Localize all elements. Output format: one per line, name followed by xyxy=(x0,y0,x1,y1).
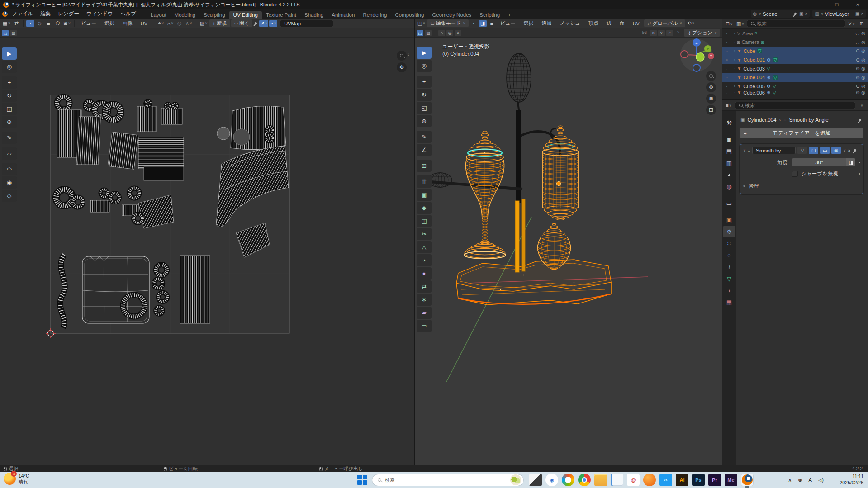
expand-chevron-icon[interactable]: › xyxy=(734,76,735,80)
viewport-canvas[interactable]: ユーザー・透視投影 (0) Cylinder.004 Z Y X ▶◎+↻◱⊕✎… xyxy=(415,38,722,465)
tab-Sculpting[interactable]: Sculpting xyxy=(199,11,229,19)
hide-viewport-eye-icon[interactable]: ◡ xyxy=(856,31,860,36)
modifier-extras-icon[interactable]: ∨ xyxy=(843,148,846,152)
hide-viewport-eye-icon[interactable]: ⊙ xyxy=(856,66,859,71)
properties-editor-icon[interactable]: ≡∨ xyxy=(725,102,733,109)
uvmap-field[interactable]: UVMap xyxy=(280,20,333,27)
mirror-x-toggle[interactable]: X xyxy=(650,30,657,36)
uv-select-vertex-icon[interactable]: ⋅ xyxy=(26,20,34,27)
properties-tab-world[interactable]: ◍ xyxy=(723,181,735,192)
tab-Compositing[interactable]: Compositing xyxy=(391,11,428,19)
copilot-app[interactable] xyxy=(562,474,574,486)
properties-tab-material[interactable]: ◑ xyxy=(723,285,735,296)
uv-sticky-mode-icon[interactable]: ⊞∨ xyxy=(62,20,71,27)
properties-tab-object[interactable]: ▣ xyxy=(723,214,735,226)
tab-Rendering[interactable]: Rendering xyxy=(359,11,391,19)
open-image-button[interactable]: ▱開く xyxy=(231,19,253,27)
breadcrumb-modifier[interactable]: Smooth by Angle xyxy=(789,117,829,123)
tab-+[interactable]: + xyxy=(504,11,515,19)
tab-Shading[interactable]: Shading xyxy=(300,11,327,19)
menu-ウィンドウ[interactable]: ウィンドウ xyxy=(83,10,117,18)
network-icon[interactable]: ⊜ xyxy=(798,477,802,483)
disable-render-icon[interactable]: ◎ xyxy=(861,40,865,45)
select-mode-new-icon[interactable]: ⬚ xyxy=(417,30,423,36)
uv-canvas[interactable]: ▶◎+↻◱⊕✎▱◠◉◇ ✥ ‹ xyxy=(0,38,414,465)
hide-viewport-eye-icon[interactable]: ⊙ xyxy=(856,75,859,80)
rip-region-tool[interactable]: ▭ xyxy=(417,320,432,332)
menu-レンダー[interactable]: レンダー xyxy=(54,10,83,18)
account-app[interactable]: ◉ xyxy=(545,474,558,486)
falloff-icon[interactable]: ∧ xyxy=(455,30,461,36)
ime-mode-icon[interactable]: A xyxy=(809,477,812,483)
tray-expand-icon[interactable]: ∧ xyxy=(788,477,792,483)
proportional-editing-icon[interactable]: ◎ xyxy=(446,30,453,36)
outliner-row[interactable]: ▫›▼Cube▽⊙◎ xyxy=(722,47,868,56)
face-select-icon[interactable]: ■ xyxy=(488,20,496,27)
tab-UV Editing[interactable]: UV Editing xyxy=(229,11,262,19)
copy-icon[interactable]: ▣ xyxy=(799,11,803,16)
object-name[interactable]: Area xyxy=(742,31,753,36)
edge-select-icon[interactable]: ◨ xyxy=(479,20,487,27)
properties-tab-modifiers[interactable]: ⚙ xyxy=(723,226,735,237)
collapse-icon[interactable]: ∨ xyxy=(743,148,746,152)
new-image-button[interactable]: +新規 xyxy=(209,19,230,27)
properties-tab-view-layer[interactable]: ▥ xyxy=(723,157,735,169)
rotate-tool[interactable]: ↻ xyxy=(2,90,17,102)
expand-chevron-icon[interactable]: › xyxy=(734,31,735,35)
knife-tool[interactable]: ✂ xyxy=(417,228,432,240)
vp-menu-選択[interactable]: 選択 xyxy=(520,19,537,27)
snapping-icon[interactable]: ∩ xyxy=(438,30,445,36)
cursor-tool[interactable]: ◎ xyxy=(417,60,432,72)
close-icon[interactable]: × xyxy=(861,11,863,16)
toggle-on-cage-icon[interactable]: ▽ xyxy=(797,147,807,154)
pinch-tool[interactable]: ◇ xyxy=(2,190,17,202)
expand-chevron-icon[interactable]: › xyxy=(734,40,735,44)
uv-display-toggle-icon[interactable]: ◔∨ xyxy=(269,20,277,27)
uv-menu-UV[interactable]: UV xyxy=(137,20,151,27)
outliner-row[interactable]: ·›◙Camera◙◡◎ xyxy=(722,38,868,47)
shrink-fatten-tool[interactable]: ∗ xyxy=(417,294,432,306)
outliner-row[interactable]: ·›▼Cube.003▽⊙◎ xyxy=(722,64,868,73)
outliner-row[interactable]: ·›▼Cube.005⚙▽⊙◎ xyxy=(722,82,868,91)
weather-widget[interactable]: 3 14°C 晴れ xyxy=(4,473,29,485)
vp-menu-辺[interactable]: 辺 xyxy=(603,19,615,27)
expand-chevron-icon[interactable]: › xyxy=(734,91,735,95)
outliner-row[interactable]: ·›▽Area¤◡◎ xyxy=(722,29,868,38)
clipboard-app[interactable] xyxy=(529,474,542,486)
falloff-icon[interactable]: ∧∨ xyxy=(185,20,193,27)
photoshop-app[interactable]: Ps xyxy=(692,474,705,486)
extras-dot-icon[interactable]: • xyxy=(859,171,860,176)
object-name[interactable]: Cube.006 xyxy=(743,91,765,95)
spin-tool[interactable]: ◔ xyxy=(417,254,432,266)
hide-viewport-eye-icon[interactable]: ⊙ xyxy=(856,57,859,62)
menu-ファイル[interactable]: ファイル xyxy=(8,10,37,18)
viewlayer-selector[interactable]: ▥∨ ViewLayer ▣ × xyxy=(812,10,866,18)
move-tool[interactable]: + xyxy=(2,76,17,89)
blender-app[interactable] xyxy=(741,474,754,486)
object-name[interactable]: Camera xyxy=(741,39,759,45)
toggle-realtime-icon[interactable]: ▭ xyxy=(820,147,830,154)
expand-chevron-icon[interactable]: › xyxy=(734,84,735,88)
grab-tool[interactable]: ◠ xyxy=(2,163,17,175)
illustrator-app[interactable]: Ai xyxy=(676,474,688,486)
mirror-y-toggle[interactable]: Y xyxy=(658,30,665,36)
transform-orientation[interactable]: ⇄グローバル∨ xyxy=(644,19,685,27)
add-cube-tool[interactable]: ⊞ xyxy=(417,160,432,172)
smooth-tool[interactable]: ● xyxy=(417,267,432,280)
angle-value-field[interactable]: 30° xyxy=(792,158,846,166)
annotate-tool[interactable]: ✎ xyxy=(417,131,432,143)
outliner-row[interactable]: ▫›▼Cube.004⚙▽⊙◎ xyxy=(722,73,868,82)
transform-tool[interactable]: ⊕ xyxy=(417,115,432,127)
disable-render-icon[interactable]: ◎ xyxy=(861,84,865,89)
vp-menu-追加[interactable]: 追加 xyxy=(538,19,555,27)
uv-menu-画像[interactable]: 画像 xyxy=(119,19,136,27)
menu-ヘルプ[interactable]: ヘルプ xyxy=(117,10,140,18)
premiere-app[interactable]: Pr xyxy=(708,474,721,486)
scale-tool[interactable]: ◱ xyxy=(417,102,432,114)
vp-menu-ビュー[interactable]: ビュー xyxy=(497,19,519,27)
properties-tab-particles[interactable]: ∷ xyxy=(723,238,735,249)
annotate-tool[interactable]: ✎ xyxy=(2,132,17,144)
menu-編集[interactable]: 編集 xyxy=(37,10,54,18)
pin-icon[interactable] xyxy=(854,149,857,152)
add-modifier-button[interactable]: + モディファイアーを追加 xyxy=(740,128,863,138)
